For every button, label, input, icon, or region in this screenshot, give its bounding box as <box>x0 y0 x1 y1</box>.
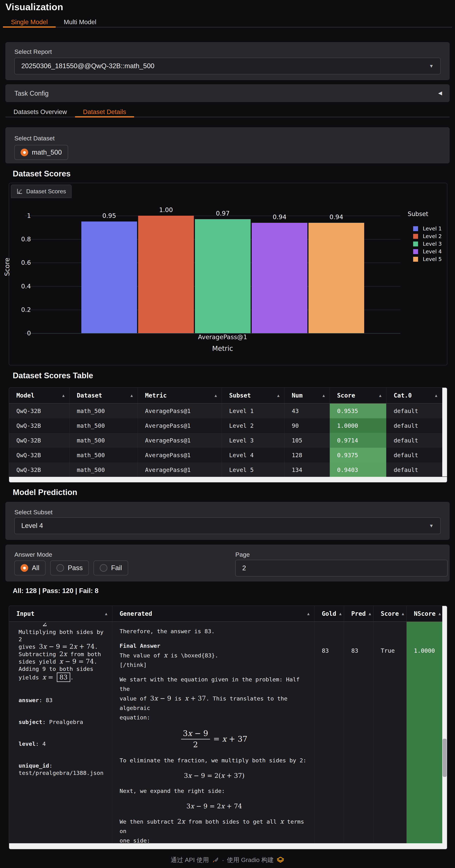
column-header-metric[interactable]: Metric▲ <box>138 388 222 403</box>
column-header-num[interactable]: Num▲ <box>284 388 330 403</box>
cell-score: 0.9403 <box>330 462 386 477</box>
column-header-nscore[interactable]: NScore▲ <box>406 606 442 621</box>
text-line: sides yield x − 9 = 74. <box>19 658 109 665</box>
dataset-label: math_500 <box>32 149 62 156</box>
tab-dataset-details[interactable]: Dataset Details <box>75 107 134 117</box>
table-row: QwQ-32Bmath_500AveragePass@1Level 2901.0… <box>9 418 447 433</box>
column-header-score[interactable]: Score▲ <box>373 606 406 621</box>
task-config-accordion[interactable]: Task Config ◀ <box>5 84 450 102</box>
column-header-score[interactable]: Score▲ <box>330 388 386 403</box>
answer-mode-label: Fail <box>111 564 122 572</box>
dataset-option-math_500[interactable]: math_500 <box>15 145 68 160</box>
table-row: QwQ-32Bmath_500AveragePass@1Level 41280.… <box>9 448 447 462</box>
legend-item-level-2[interactable]: Level 2 <box>413 233 442 239</box>
text-line: We then subtract 2x from both sides to g… <box>120 817 309 836</box>
answer-mode-panel: Answer Mode AllPassFail Page 2 <box>5 545 450 581</box>
prediction-table-header: Input▲Generated▲Gold▲Pred▲Score▲NScore▲ <box>9 606 447 622</box>
chart-bar-level-4[interactable] <box>252 223 307 333</box>
rocket-icon <box>212 856 219 864</box>
column-header-generated[interactable]: Generated▲ <box>112 606 314 621</box>
tab-datasets-overview[interactable]: Datasets Overview <box>5 107 75 117</box>
cell-cat0: default <box>386 433 442 448</box>
legend-label: Level 1 <box>423 225 442 232</box>
sort-arrow-icon: ▲ <box>336 611 341 616</box>
y-axis-label: Score <box>3 258 11 276</box>
chart-bar-level-3[interactable] <box>195 219 251 333</box>
field-gap <box>19 747 109 762</box>
answer-mode-option-pass[interactable]: Pass <box>50 560 89 576</box>
select-report-dropdown[interactable]: 20250306_181550@@QwQ-32B::math_500 ▼ <box>15 58 440 74</box>
cell-num: 128 <box>284 448 330 462</box>
page-value: 2 <box>242 564 246 572</box>
column-header-model[interactable]: Model▲ <box>9 388 69 403</box>
horizontal-scrollbar[interactable] <box>9 477 447 482</box>
select-report-panel: Select Report 20250306_181550@@QwQ-32B::… <box>5 42 450 80</box>
sort-arrow-icon: ▲ <box>127 393 133 398</box>
bar-value-label: 0.94 <box>309 213 364 221</box>
scrollbar-thumb[interactable] <box>443 739 447 777</box>
legend-item-level-5[interactable]: Level 5 <box>413 256 442 262</box>
cell-num: 90 <box>284 418 330 433</box>
column-header-input[interactable]: Input▲ <box>9 606 112 621</box>
text-line: answer: 83 <box>19 696 109 704</box>
footer-gradio-link[interactable]: 使用 Gradio 构建 <box>227 856 274 864</box>
column-header-subset[interactable]: Subset▲ <box>222 388 284 403</box>
legend-label: Level 5 <box>423 256 442 262</box>
legend-title: Subset <box>408 210 446 217</box>
fraction-equation: 3x − 92= x + 37 <box>19 623 109 628</box>
text-line: subject: Prealgebra <box>19 718 109 725</box>
answer-mode-option-all[interactable]: All <box>15 560 46 576</box>
select-subset-dropdown[interactable]: Level 4 ▼ <box>15 517 440 534</box>
select-subset-panel: Select Subset Level 4 ▼ <box>5 502 450 540</box>
text-line: [/think] <box>120 660 309 670</box>
text-line: We start with the equation given in the … <box>120 675 309 693</box>
cell-metric: AveragePass@1 <box>138 404 222 418</box>
chart-bar-level-1[interactable] <box>81 221 137 333</box>
legend-swatch-icon <box>413 234 418 239</box>
page-input[interactable]: 2 <box>235 560 448 577</box>
cell-generated: Therefore, the answer is 83.Final Answer… <box>112 622 314 844</box>
legend-item-level-3[interactable]: Level 3 <box>413 241 442 247</box>
tab-multi-model[interactable]: Multi Model <box>56 17 104 27</box>
vertical-scrollbar[interactable] <box>442 606 447 843</box>
cell-input: 3x − 92= x + 37Multiplying both sides by… <box>9 622 112 844</box>
cell-pred: 83 <box>344 622 373 844</box>
answer-mode-option-fail[interactable]: Fail <box>93 560 128 576</box>
vertical-scrollbar[interactable] <box>442 388 447 476</box>
cell-metric: AveragePass@1 <box>138 418 222 433</box>
column-header-dataset[interactable]: Dataset▲ <box>69 388 138 403</box>
chart-bar-level-2[interactable] <box>138 216 194 333</box>
select-subset-value: Level 4 <box>21 522 43 530</box>
gradio-logo-icon <box>277 856 284 864</box>
legend-swatch-icon <box>413 249 418 254</box>
cell-score: 1.0000 <box>330 418 386 433</box>
field-gap <box>19 704 109 718</box>
sort-arrow-icon: ▲ <box>435 611 441 616</box>
sort-arrow-icon: ▲ <box>376 393 381 398</box>
horizontal-scrollbar[interactable] <box>9 843 447 849</box>
footer-api-link[interactable]: 通过 API 使用 <box>171 856 209 864</box>
column-header-pred[interactable]: Pred▲ <box>344 606 373 621</box>
cell-dataset: math_500 <box>69 448 138 462</box>
sort-arrow-icon: ▲ <box>320 393 325 398</box>
sort-arrow-icon: ▲ <box>102 611 107 616</box>
bar-value-label: 1.00 <box>138 206 194 214</box>
cell-score: 0.9535 <box>330 404 386 418</box>
tab-single-model[interactable]: Single Model <box>3 17 56 27</box>
legend-item-level-1[interactable]: Level 1 <box>413 225 442 232</box>
cell-num: 134 <box>284 462 330 477</box>
chart-bar-level-5[interactable] <box>309 223 364 333</box>
column-header-gold[interactable]: Gold▲ <box>314 606 344 621</box>
cell-subset: Level 5 <box>222 462 284 477</box>
text-line: Final Answer <box>120 641 309 651</box>
sort-arrow-icon: ▲ <box>432 393 437 398</box>
column-header-cat0[interactable]: Cat.0▲ <box>386 388 442 403</box>
clipped-equation: 3x − 92= x + 37 <box>19 623 109 628</box>
cell-gold: 83 <box>314 622 344 844</box>
select-dataset-panel: Select Dataset math_500 <box>5 127 450 163</box>
table-row: QwQ-32Bmath_500AveragePass@1Level 31050.… <box>9 433 447 448</box>
legend-item-level-4[interactable]: Level 4 <box>413 248 442 255</box>
model-prediction-heading: Model Prediction <box>13 488 77 497</box>
field-gap <box>19 682 109 696</box>
y-tick-label: 0.2 <box>11 306 31 313</box>
